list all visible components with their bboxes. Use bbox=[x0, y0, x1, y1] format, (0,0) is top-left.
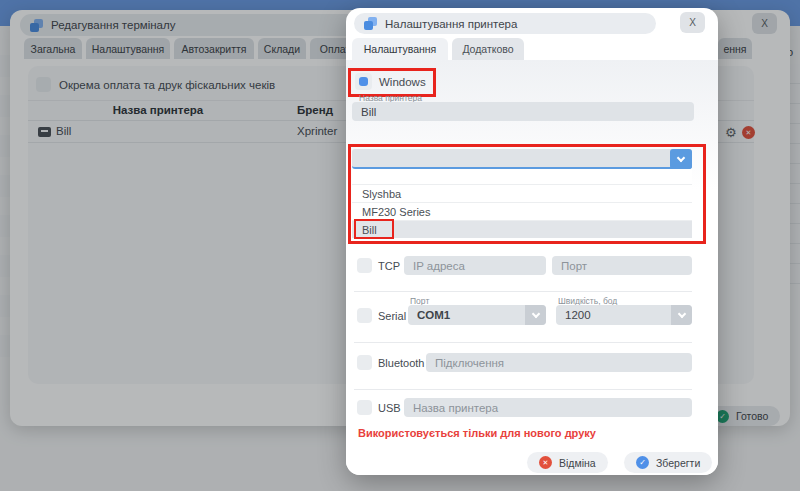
divider bbox=[354, 291, 692, 292]
dropdown-option-bill[interactable]: Bill bbox=[352, 220, 692, 238]
warning-text: Використовується тільки для нового друку bbox=[358, 427, 596, 439]
printer-select[interactable] bbox=[352, 149, 692, 169]
usb-checkbox[interactable] bbox=[357, 400, 372, 415]
modal-tab-nalashtuvannya[interactable]: Налаштування bbox=[352, 38, 448, 60]
tcp-label: TCP bbox=[378, 260, 400, 272]
modal-title: Налаштування принтера bbox=[385, 18, 517, 30]
dropdown-option-empty[interactable] bbox=[352, 169, 692, 184]
cancel-cross-icon: ✕ bbox=[539, 456, 552, 469]
bluetooth-connection-input[interactable] bbox=[426, 353, 692, 372]
chevron-down-icon bbox=[525, 305, 546, 325]
cancel-button[interactable]: ✕ Відміна bbox=[527, 452, 608, 473]
printer-settings-modal: Налаштування принтера X Налаштування Дод… bbox=[346, 8, 718, 475]
tcp-port-input[interactable] bbox=[552, 256, 692, 275]
divider bbox=[354, 389, 692, 390]
screen: по i i i i i i i i i i i Редагування тер… bbox=[0, 0, 800, 491]
tcp-ip-input[interactable] bbox=[404, 256, 546, 275]
bluetooth-checkbox[interactable] bbox=[357, 355, 372, 370]
save-check-icon: ✓ bbox=[636, 456, 649, 469]
bluetooth-label: Bluetooth bbox=[378, 357, 424, 369]
chevron-down-icon bbox=[671, 305, 692, 325]
modal-title-bar: Налаштування принтера bbox=[354, 13, 656, 34]
serial-port-select[interactable]: COM1 bbox=[408, 305, 546, 325]
usb-label: USB bbox=[378, 402, 401, 414]
modal-tab-dodatkovo[interactable]: Додатково bbox=[452, 38, 524, 60]
modal-close-button[interactable]: X bbox=[680, 12, 705, 33]
serial-label: Serial bbox=[378, 310, 406, 322]
serial-checkbox[interactable] bbox=[357, 308, 372, 323]
app-logo-icon bbox=[364, 17, 377, 30]
dropdown-option-slyshba[interactable]: Slyshba bbox=[352, 184, 692, 202]
dropdown-option-mf230[interactable]: MF230 Series bbox=[352, 202, 692, 220]
save-button[interactable]: ✓ Зберегти bbox=[624, 452, 712, 473]
windows-checkbox-label: Windows bbox=[379, 76, 426, 88]
annotation-box-bill-option bbox=[354, 219, 394, 239]
divider bbox=[354, 342, 692, 343]
tcp-checkbox[interactable] bbox=[357, 258, 372, 273]
printer-select-toggle-button[interactable] bbox=[670, 149, 692, 169]
serial-baud-select[interactable]: 1200 bbox=[556, 305, 692, 325]
chevron-down-icon bbox=[677, 153, 685, 161]
windows-checkbox[interactable] bbox=[355, 73, 372, 90]
printer-name-input[interactable] bbox=[352, 102, 694, 121]
usb-printer-name-input[interactable] bbox=[404, 398, 692, 417]
